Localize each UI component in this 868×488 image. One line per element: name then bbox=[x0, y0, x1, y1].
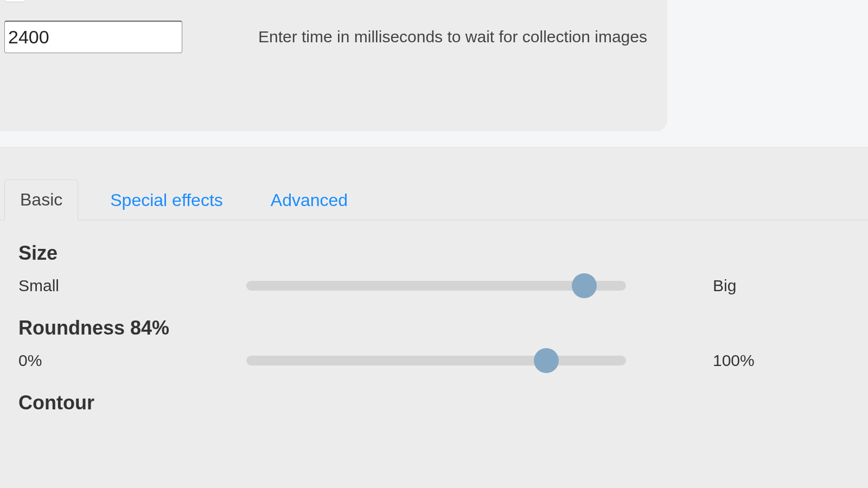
tabs-bar: Basic Special effects Advanced bbox=[0, 179, 868, 220]
roundness-control: Roundness 84% 0% 100% bbox=[18, 317, 852, 373]
size-slider-track bbox=[246, 281, 626, 291]
roundness-title: Roundness 84% bbox=[18, 317, 852, 339]
contour-title: Contour bbox=[18, 391, 852, 414]
size-slider-thumb[interactable] bbox=[572, 273, 597, 298]
roundness-max-label: 100% bbox=[626, 351, 755, 370]
roundness-min-label: 0% bbox=[18, 351, 246, 370]
size-control: Size Small Big bbox=[18, 242, 852, 298]
contour-control: Contour bbox=[18, 391, 852, 414]
roundness-slider[interactable] bbox=[246, 348, 626, 373]
size-title: Size bbox=[18, 242, 852, 265]
section-divider bbox=[0, 131, 868, 147]
size-slider-row: Small Big bbox=[18, 273, 852, 298]
wait-time-input[interactable] bbox=[4, 21, 182, 53]
wait-time-description: Enter time in milliseconds to wait for c… bbox=[258, 28, 647, 46]
tab-special-effects[interactable]: Special effects bbox=[94, 180, 239, 220]
roundness-slider-track bbox=[246, 356, 626, 365]
time-row: Enter time in milliseconds to wait for c… bbox=[4, 0, 656, 53]
size-min-label: Small bbox=[18, 277, 246, 295]
settings-panel: Basic Special effects Advanced Size Smal… bbox=[0, 147, 868, 488]
roundness-slider-thumb[interactable] bbox=[534, 348, 559, 373]
tab-advanced[interactable]: Advanced bbox=[255, 180, 363, 220]
roundness-slider-row: 0% 100% bbox=[18, 348, 852, 373]
basic-controls: Size Small Big Roundness 84% 0% bbox=[0, 220, 868, 414]
partial-field-fragment bbox=[4, 0, 26, 2]
timing-card: Enter time in milliseconds to wait for c… bbox=[0, 0, 667, 131]
tab-basic[interactable]: Basic bbox=[4, 179, 78, 220]
size-slider[interactable] bbox=[246, 273, 626, 298]
size-max-label: Big bbox=[626, 277, 736, 295]
